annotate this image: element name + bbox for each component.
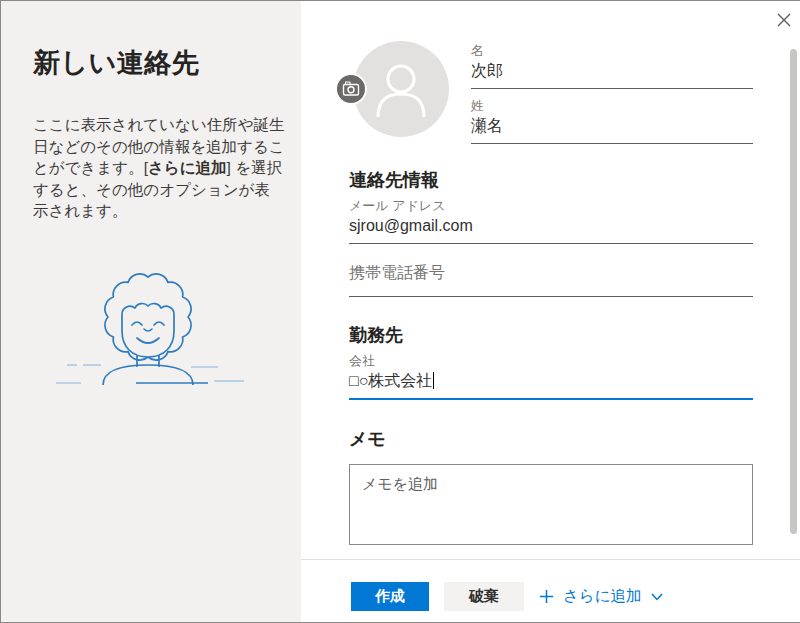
- first-name-label: 名: [471, 43, 753, 59]
- email-input[interactable]: sjrou@gmail.com: [349, 216, 753, 243]
- first-name-field[interactable]: 名 次郎: [471, 43, 753, 89]
- right-panel: 名 次郎 姓 瀬名 連絡先情報 メール アドレス sjrou@gmail.com…: [301, 1, 800, 622]
- camera-icon: [341, 79, 361, 99]
- create-button[interactable]: 作成: [351, 582, 429, 611]
- camera-button[interactable]: [335, 73, 367, 105]
- email-field[interactable]: メール アドレス sjrou@gmail.com: [349, 198, 753, 244]
- memo-placeholder: メモを追加: [362, 475, 438, 492]
- memo-section-title: メモ: [349, 427, 386, 451]
- chevron-down-icon: [651, 593, 663, 601]
- phone-field[interactable]: 携帯電話番号: [349, 263, 753, 297]
- shoulders-outline: [103, 365, 193, 385]
- last-name-input[interactable]: 瀬名: [471, 116, 753, 143]
- new-contact-dialog: 新しい連絡先 ここに表示されていない住所や誕生日などのその他の情報を追加すること…: [0, 0, 800, 623]
- close-icon: [776, 12, 792, 28]
- work-section-title: 勤務先: [349, 323, 403, 347]
- company-input[interactable]: □○株式会社: [349, 371, 753, 398]
- last-name-label: 姓: [471, 98, 753, 114]
- text-cursor: [433, 372, 434, 389]
- description-text: ここに表示されていない住所や誕生日などのその他の情報を追加することができます。[…: [33, 114, 285, 222]
- description-bold: さらに追加: [148, 159, 227, 176]
- page-title: 新しい連絡先: [33, 45, 199, 81]
- discard-button[interactable]: 破棄: [444, 582, 524, 611]
- company-value: □○株式会社: [349, 372, 432, 389]
- footer-divider: [301, 559, 800, 560]
- company-label: 会社: [349, 353, 753, 369]
- first-name-input[interactable]: 次郎: [471, 61, 753, 88]
- person-icon: [353, 41, 449, 137]
- close-button[interactable]: [773, 9, 795, 31]
- contact-info-section-title: 連絡先情報: [349, 168, 439, 192]
- add-more-label: さらに追加: [563, 586, 642, 607]
- contact-illustration-person-icon: [41, 269, 271, 414]
- last-name-field[interactable]: 姓 瀬名: [471, 98, 753, 144]
- memo-textarea[interactable]: メモを追加: [349, 464, 753, 545]
- avatar: [353, 41, 449, 137]
- company-field[interactable]: 会社 □○株式会社: [349, 353, 753, 400]
- add-more-button[interactable]: さらに追加: [539, 582, 663, 611]
- email-label: メール アドレス: [349, 198, 753, 214]
- plus-icon: [539, 589, 554, 604]
- phone-input[interactable]: 携帯電話番号: [349, 263, 753, 296]
- left-panel: 新しい連絡先 ここに表示されていない住所や誕生日などのその他の情報を追加すること…: [1, 1, 301, 622]
- scrollbar[interactable]: [790, 49, 797, 534]
